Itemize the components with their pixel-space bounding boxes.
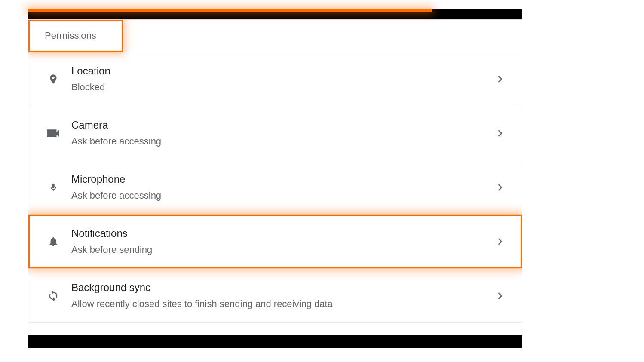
permission-row-location[interactable]: Location Blocked bbox=[28, 52, 522, 106]
permission-text: Location Blocked bbox=[65, 64, 492, 94]
chevron-right-icon bbox=[492, 238, 509, 245]
permission-text: Camera Ask before accessing bbox=[65, 118, 492, 148]
permission-row-camera[interactable]: Camera Ask before accessing bbox=[28, 106, 522, 160]
permission-subtitle: Ask before sending bbox=[71, 243, 492, 257]
permission-title: Location bbox=[71, 64, 492, 78]
permission-row-background-sync[interactable]: Background sync Allow recently closed si… bbox=[28, 269, 522, 323]
permission-title: Microphone bbox=[71, 172, 492, 187]
permission-text: Notifications Ask before sending bbox=[65, 226, 492, 256]
permission-title: Background sync bbox=[71, 280, 492, 295]
permission-row-microphone[interactable]: Microphone Ask before accessing bbox=[28, 160, 522, 215]
permission-text: Background sync Allow recently closed si… bbox=[65, 280, 492, 310]
sync-icon bbox=[41, 290, 65, 302]
chevron-right-icon bbox=[492, 292, 509, 299]
permissions-panel: Permissions Location Blocked bbox=[28, 19, 522, 335]
permission-text: Microphone Ask before accessing bbox=[65, 172, 492, 202]
section-title: Permissions bbox=[45, 30, 96, 41]
highlight-top-bar bbox=[28, 9, 432, 12]
chevron-right-icon bbox=[492, 130, 509, 137]
bell-icon bbox=[41, 235, 65, 248]
permission-subtitle: Blocked bbox=[71, 81, 492, 94]
microphone-icon bbox=[41, 181, 65, 194]
permission-row-notifications[interactable]: Notifications Ask before sending bbox=[28, 215, 522, 269]
permission-list: Location Blocked Camera Ask before acces… bbox=[28, 52, 522, 323]
location-icon bbox=[41, 72, 65, 86]
chevron-right-icon bbox=[492, 76, 509, 83]
section-header: Permissions bbox=[28, 20, 522, 52]
permission-title: Camera bbox=[71, 118, 492, 132]
permission-title: Notifications bbox=[71, 226, 492, 241]
permission-subtitle: Ask before accessing bbox=[71, 135, 492, 148]
permission-subtitle: Allow recently closed sites to finish se… bbox=[71, 298, 492, 311]
chevron-right-icon bbox=[492, 184, 509, 191]
permission-subtitle: Ask before accessing bbox=[71, 189, 492, 202]
camera-icon bbox=[41, 129, 65, 138]
